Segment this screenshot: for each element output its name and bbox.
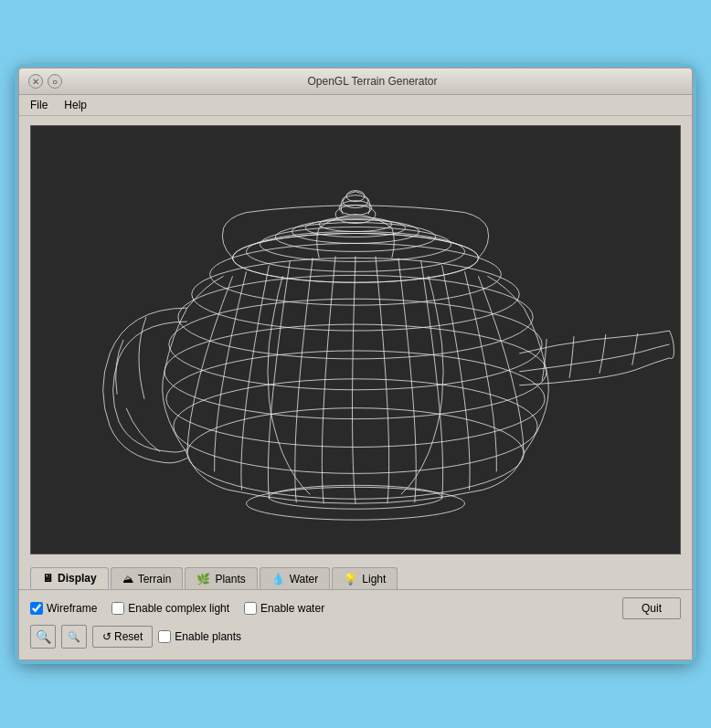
zoom-out-icon: 🔍 bbox=[68, 631, 80, 643]
tab-terrain[interactable]: ⛰ Terrain bbox=[111, 567, 184, 589]
reset-icon: ↺ bbox=[102, 630, 111, 643]
titlebar: ✕ ○ OpenGL Terrain Generator bbox=[19, 69, 692, 95]
reset-button[interactable]: ↺ Reset bbox=[92, 626, 153, 648]
svg-point-1 bbox=[174, 379, 537, 474]
terrain-icon: ⛰ bbox=[122, 573, 133, 586]
svg-point-7 bbox=[210, 243, 502, 305]
svg-point-21 bbox=[269, 485, 441, 509]
svg-point-5 bbox=[178, 275, 533, 359]
wireframe-checkbox[interactable] bbox=[30, 602, 43, 615]
controls-row-2: 🔍 🔍 ↺ Reset Enable plants bbox=[30, 625, 681, 652]
zoom-out-button[interactable]: 🔍 bbox=[61, 625, 87, 649]
plants-icon: 🌿 bbox=[196, 573, 210, 586]
tab-water[interactable]: 💧 Water bbox=[260, 567, 331, 589]
tab-light[interactable]: 💡 Light bbox=[332, 567, 398, 589]
minimize-button[interactable]: ○ bbox=[48, 74, 62, 89]
menu-help[interactable]: Help bbox=[60, 97, 90, 113]
controls-panel: Wireframe Enable complex light Enable wa… bbox=[19, 590, 692, 659]
zoom-in-icon: 🔍 bbox=[36, 629, 51, 644]
reset-label: Reset bbox=[114, 630, 143, 643]
quit-button[interactable]: Quit bbox=[622, 597, 681, 619]
menubar: File Help bbox=[19, 95, 692, 116]
window-controls: ✕ ○ bbox=[28, 74, 62, 89]
enable-complex-light-checkbox[interactable] bbox=[111, 602, 124, 615]
tab-bar: 🖥 Display ⛰ Terrain 🌿 Plants 💧 Water 💡 L… bbox=[19, 564, 692, 590]
enable-water-checkbox[interactable] bbox=[244, 602, 257, 615]
svg-point-4 bbox=[169, 299, 542, 390]
window-title: OpenGL Terrain Generator bbox=[62, 75, 683, 88]
zoom-in-button[interactable]: 🔍 bbox=[30, 625, 56, 649]
tab-display[interactable]: 🖥 Display bbox=[30, 567, 109, 589]
3d-viewport[interactable] bbox=[30, 125, 681, 554]
tab-plants[interactable]: 🌿 Plants bbox=[185, 567, 257, 589]
enable-complex-light-label[interactable]: Enable complex light bbox=[111, 602, 229, 615]
light-icon: 💡 bbox=[344, 573, 357, 586]
enable-plants-checkbox[interactable] bbox=[158, 630, 171, 643]
enable-water-label[interactable]: Enable water bbox=[244, 602, 324, 615]
menu-file[interactable]: File bbox=[27, 97, 51, 113]
svg-point-3 bbox=[164, 324, 547, 419]
application-window: ✕ ○ OpenGL Terrain Generator File Help bbox=[17, 67, 694, 661]
wireframe-checkbox-label[interactable]: Wireframe bbox=[30, 602, 97, 615]
close-button[interactable]: ✕ bbox=[28, 74, 43, 89]
svg-point-2 bbox=[166, 351, 545, 448]
display-icon: 🖥 bbox=[42, 572, 53, 585]
water-icon: 💧 bbox=[271, 573, 285, 586]
controls-row-1: Wireframe Enable complex light Enable wa… bbox=[30, 597, 681, 619]
enable-plants-label[interactable]: Enable plants bbox=[158, 630, 241, 643]
